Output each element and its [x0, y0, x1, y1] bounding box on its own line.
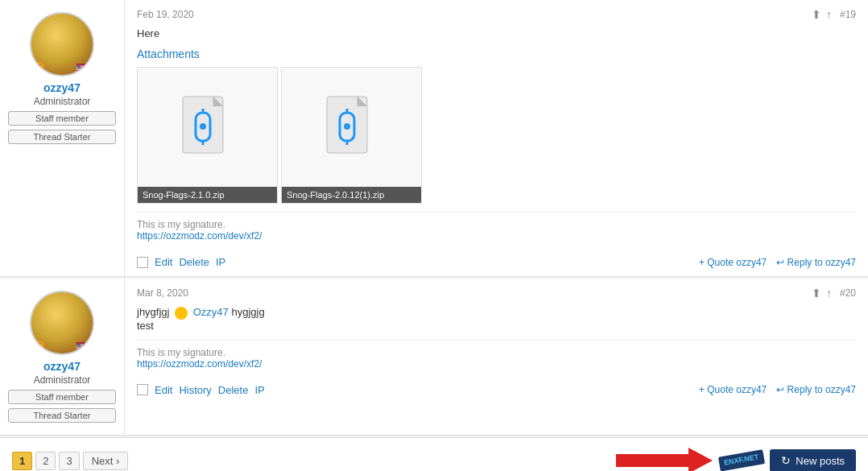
attachment-preview-2: [282, 68, 421, 187]
signature-19: This is my signature. https://ozzmodz.co…: [137, 212, 856, 242]
post-20: 🏅 🇺🇸 ozzy47 Administrator Staff member T…: [0, 279, 868, 436]
post-header-right-20: ⬆ ↑ #20: [812, 287, 856, 300]
ip-link-19[interactable]: IP: [216, 256, 225, 268]
avatar-flag-20: 🇺🇸: [76, 342, 91, 352]
page-footer: 1 2 3 Next › ENXF.NET ↻ New posts: [0, 437, 868, 471]
username-19[interactable]: ozzy47: [43, 81, 81, 94]
share-icon-19[interactable]: ⬆: [812, 8, 821, 21]
user-role-20: Administrator: [34, 374, 91, 386]
avatar-badge-20: 🏅: [33, 341, 44, 352]
username-20[interactable]: ozzy47: [43, 360, 81, 373]
next-page-btn[interactable]: Next ›: [83, 452, 129, 470]
pagination: 1 2 3 Next ›: [12, 452, 128, 470]
attachments-row-19: Snog-Flags-2.1.0.zip: [137, 67, 856, 204]
svg-marker-14: [616, 448, 713, 471]
avatar-badge-19: 🏅: [33, 62, 44, 73]
ip-link-20[interactable]: IP: [254, 384, 264, 396]
staff-badge-20[interactable]: Staff member: [8, 390, 116, 404]
signature-link-19[interactable]: https://ozzmodz.com/dev/xf2/: [137, 230, 262, 242]
post-date-19: Feb 19, 2020: [137, 9, 194, 20]
post-content-19: Feb 19, 2020 ⬆ ↑ #19 Here Attachments: [125, 0, 868, 276]
page-1-btn[interactable]: 1: [12, 452, 32, 470]
post-text-19: Here: [137, 27, 856, 39]
signature-link-20[interactable]: https://ozzmodz.com/dev/xf2/: [137, 358, 262, 370]
post-19: 🏅 🇺🇸 ozzy47 Administrator Staff member T…: [0, 0, 868, 277]
post-date-20: Mar 8, 2020: [137, 287, 188, 299]
post-icons-20: ⬆ ↑: [812, 287, 832, 300]
avatar-20: 🏅 🇺🇸: [30, 291, 94, 355]
post-actions-left-19: Edit Delete IP: [137, 256, 225, 268]
zip-icon-2: [325, 95, 378, 159]
post-text-before-20: jhygfjgj: [137, 306, 169, 318]
page-3-btn[interactable]: 3: [59, 452, 79, 470]
post-header-right-19: ⬆ ↑ #19: [812, 8, 856, 21]
post-actions-19: Edit Delete IP + Quote ozzy47 ↩ Reply to…: [137, 250, 856, 268]
post-body-20: jhygfjgj Ozzy47 hygjgjg test: [137, 306, 856, 332]
share-icon-20[interactable]: ⬆: [812, 287, 821, 300]
post-num-20: #20: [840, 287, 856, 299]
thread-starter-badge-20[interactable]: Thread Starter: [8, 408, 116, 423]
enxf-watermark: ENXF.NET: [718, 449, 765, 471]
delete-link-19[interactable]: Delete: [179, 256, 209, 268]
reply-btn-19[interactable]: ↩ Reply to ozzy47: [776, 257, 856, 268]
emoji-20: [175, 307, 188, 320]
zip-icon-1: [181, 95, 234, 159]
signature-text-20: This is my signature.: [137, 347, 225, 358]
red-arrow-icon: [616, 444, 713, 471]
post-header-20: Mar 8, 2020 ⬆ ↑ #20: [137, 287, 856, 300]
post-header-19: Feb 19, 2020 ⬆ ↑ #19: [137, 8, 856, 21]
attachment-preview-1: [138, 68, 277, 187]
post-body-text-20: test: [137, 320, 154, 332]
post-actions-right-19: + Quote ozzy47 ↩ Reply to ozzy47: [699, 257, 856, 268]
post-text-after-20: hygjgjg: [231, 306, 264, 318]
avatar-19: 🏅 🇺🇸: [30, 12, 94, 76]
post-num-19: #19: [840, 9, 856, 20]
quote-btn-20[interactable]: + Quote ozzy47: [699, 384, 767, 395]
post-actions-right-20: + Quote ozzy47 ↩ Reply to ozzy47: [699, 384, 856, 395]
history-link-20[interactable]: History: [179, 384, 211, 396]
new-posts-button[interactable]: ↻ New posts: [770, 449, 856, 471]
post-icons-19: ⬆ ↑: [812, 8, 832, 21]
delete-link-20[interactable]: Delete: [218, 384, 249, 396]
reply-btn-20[interactable]: ↩ Reply to ozzy47: [776, 384, 856, 395]
signature-text-19: This is my signature.: [137, 219, 225, 230]
signature-20: This is my signature. https://ozzmodz.co…: [137, 340, 856, 370]
select-checkbox-19[interactable]: [137, 257, 148, 268]
staff-badge-19[interactable]: Staff member: [8, 111, 116, 126]
footer-right: ENXF.NET ↻ New posts: [616, 444, 856, 471]
avatar-flag-19: 🇺🇸: [76, 64, 91, 73]
edit-link-20[interactable]: Edit: [155, 384, 172, 396]
attachments-section-19: Attachments: [137, 48, 856, 204]
thread-starter-badge-19[interactable]: Thread Starter: [8, 130, 116, 144]
quote-btn-19[interactable]: + Quote ozzy47: [699, 257, 767, 268]
attachment-name-1: Snog-Flags-2.1.0.zip: [138, 187, 277, 203]
post-sidebar-19: 🏅 🇺🇸 ozzy47 Administrator Staff member T…: [0, 0, 125, 276]
attachment-2[interactable]: Snog-Flags-2.0.12(1).zip: [281, 67, 422, 204]
select-checkbox-20[interactable]: [137, 384, 148, 395]
attachments-label-19: Attachments: [137, 48, 856, 60]
bookmark-icon-20[interactable]: ↑: [826, 287, 832, 300]
page-2-btn[interactable]: 2: [35, 452, 56, 470]
attachment-name-2: Snog-Flags-2.0.12(1).zip: [282, 187, 421, 203]
post-actions-left-20: Edit History Delete IP: [137, 384, 265, 396]
refresh-icon: ↻: [781, 454, 791, 467]
edit-link-19[interactable]: Edit: [155, 256, 172, 268]
user-role-19: Administrator: [34, 96, 91, 107]
post-content-20: Mar 8, 2020 ⬆ ↑ #20 jhygfjgj Ozzy47 hygj…: [125, 279, 868, 435]
mention-20[interactable]: Ozzy47: [193, 306, 229, 318]
svg-point-6: [200, 123, 206, 130]
post-sidebar-20: 🏅 🇺🇸 ozzy47 Administrator Staff member T…: [0, 279, 125, 435]
bookmark-icon-19[interactable]: ↑: [826, 8, 832, 21]
svg-point-13: [344, 123, 350, 130]
post-actions-20: Edit History Delete IP + Quote ozzy47 ↩ …: [137, 378, 856, 396]
new-posts-label: New posts: [796, 455, 845, 467]
attachment-1[interactable]: Snog-Flags-2.1.0.zip: [137, 67, 278, 204]
